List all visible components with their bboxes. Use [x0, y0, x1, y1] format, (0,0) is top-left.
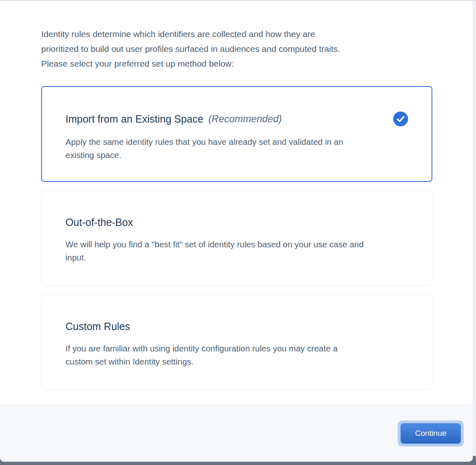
option-card-import-existing-space[interactable]: Import from an Existing Space (Recommend… [41, 86, 432, 182]
intro-line: Identity rules determine which identifie… [41, 27, 432, 42]
card-description-line: We will help you find a "best fit" set o… [65, 238, 408, 251]
card-title-row: Import from an Existing Space (Recommend… [65, 112, 408, 126]
dialog-body: Identity rules determine which identifie… [0, 1, 473, 405]
card-title: Import from an Existing Space [65, 112, 203, 126]
dialog-footer: Continue [0, 405, 473, 462]
card-description-line: Apply the same identity rules that you h… [65, 135, 408, 149]
card-description-line: existing space. [65, 149, 408, 162]
card-title-row: Custom Rules [65, 320, 408, 333]
recommended-badge: (Recommended) [208, 112, 282, 126]
intro-line: prioritized to build out user profiles s… [41, 42, 432, 56]
card-description: Apply the same identity rules that you h… [65, 135, 408, 162]
intro-line: Please select your preferred set up meth… [41, 56, 432, 71]
intro-text: Identity rules determine which identifie… [41, 27, 432, 71]
card-title: Out-of-the-Box [65, 216, 133, 229]
modal-top-divider [0, 0, 476, 1]
continue-button[interactable]: Continue [401, 423, 461, 444]
card-description-line: If you are familiar with using identity … [65, 342, 408, 355]
card-description: If you are familiar with using identity … [65, 342, 408, 368]
option-card-out-of-the-box[interactable]: Out-of-the-Box We will help you find a "… [41, 190, 432, 286]
continue-button-focus-ring: Continue [398, 421, 464, 446]
identity-setup-dialog: Identity rules determine which identifie… [0, 1, 473, 462]
card-title-row: Out-of-the-Box [65, 216, 408, 229]
card-description-line: custom set within Identity settings. [65, 355, 408, 368]
selected-check-icon [393, 112, 408, 126]
card-title: Custom Rules [65, 320, 130, 333]
card-description-line: input. [65, 251, 408, 264]
card-description: We will help you find a "best fit" set o… [65, 238, 408, 264]
option-card-custom-rules[interactable]: Custom Rules If you are familiar with us… [41, 294, 432, 390]
